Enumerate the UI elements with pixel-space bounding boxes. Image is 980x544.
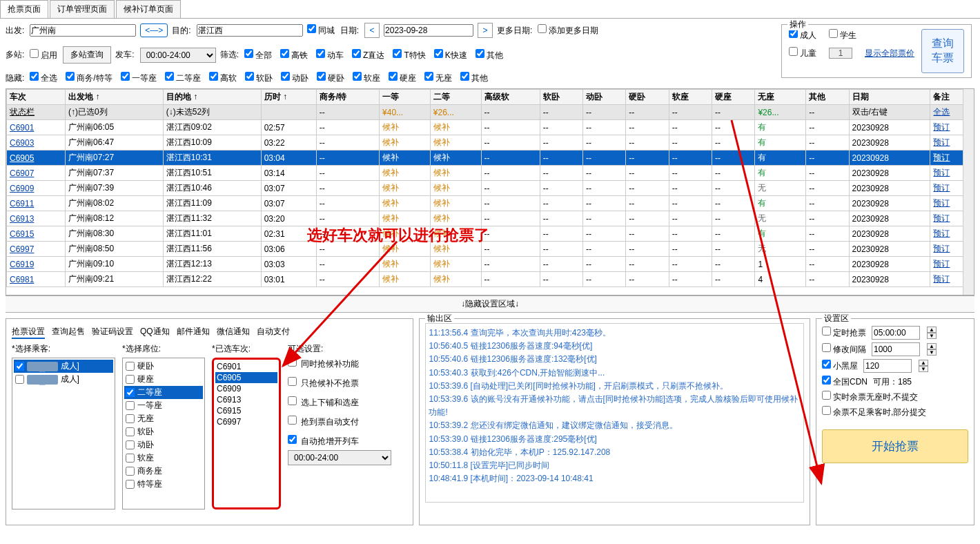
passenger-list[interactable]: █成人] █成人] — [12, 358, 115, 509]
depart-input[interactable] — [30, 24, 136, 37]
hide-无座[interactable]: 无座 — [424, 73, 452, 83]
depart-time-select[interactable]: 00:00-24:00 — [140, 48, 216, 63]
opt-item[interactable]: 抢到票自动支付 — [288, 416, 391, 428]
date-prev[interactable]: < — [364, 23, 380, 38]
book-link[interactable]: 预订 — [933, 137, 950, 147]
hide-硬座[interactable]: 硬座 — [389, 73, 416, 83]
tab-orders[interactable]: 订单管理页面 — [50, 0, 115, 18]
filter-T特快[interactable]: T特快 — [393, 50, 425, 60]
hide-二等座[interactable]: 二等座 — [165, 73, 201, 83]
seat-item[interactable]: 动卧 — [124, 438, 203, 451]
col-header[interactable]: 软座 — [669, 90, 712, 105]
table-row[interactable]: C6915广州南08:30湛江西11:0102:31--候补候补--------… — [7, 226, 974, 242]
blackroom-cb[interactable]: 小黑屋 — [822, 360, 858, 372]
table-row[interactable]: C6907广州南07:37湛江西10:5103:14--候补候补--------… — [7, 166, 974, 181]
hide-高软[interactable]: 高软 — [209, 73, 237, 83]
hide-软座[interactable]: 软座 — [353, 73, 380, 83]
col-header[interactable]: 目的地 ↑ — [163, 90, 261, 105]
col-header[interactable]: 二等 — [430, 90, 481, 105]
start-grab-button[interactable]: 开始抢票 — [822, 429, 968, 463]
timed-cb[interactable]: 定时抢票 — [822, 327, 866, 339]
col-header[interactable]: 日期 — [849, 90, 930, 105]
filter-全部[interactable]: 全部 — [244, 50, 272, 60]
book-link[interactable]: 预订 — [933, 168, 950, 177]
toggle-settings-area[interactable]: ↓隐藏设置区域↓ — [6, 295, 974, 313]
settings-tab[interactable]: 邮件通知 — [177, 326, 210, 339]
partial-cb[interactable]: 余票不足乘客时,部分提交 — [822, 406, 926, 418]
hide-软卧[interactable]: 软卧 — [245, 73, 273, 83]
chosen-train-item[interactable]: C6905 — [215, 372, 277, 383]
col-header[interactable]: 软卧 — [540, 90, 582, 105]
book-link[interactable]: 预订 — [933, 213, 950, 223]
seat-item[interactable]: 一等座 — [124, 399, 203, 412]
filter-高铁[interactable]: 高铁 — [280, 50, 308, 60]
table-row[interactable]: C6913广州南08:12湛江西11:3203:20--候补候补--------… — [7, 211, 974, 226]
opt-item[interactable]: 只抢候补不抢票 — [288, 377, 391, 389]
date-next[interactable]: > — [478, 23, 493, 38]
swap-button[interactable]: <—> — [140, 23, 168, 37]
seat-item[interactable]: 特等座 — [124, 478, 203, 491]
select-all-link[interactable]: 全选 — [933, 107, 950, 117]
interval-val[interactable] — [872, 342, 920, 356]
filter-动车[interactable]: 动车 — [316, 50, 344, 60]
seat-list[interactable]: 硬卧 硬座 二等座 一等座 无座 软卧 动卧 软座 商务座 特等座 — [122, 358, 205, 509]
settings-tab[interactable]: 验证码设置 — [92, 326, 133, 339]
book-link[interactable]: 预订 — [933, 274, 950, 284]
col-header[interactable]: 高级软 — [481, 90, 540, 105]
hide-商务/特等[interactable]: 商务/特等 — [66, 73, 112, 83]
seat-item[interactable]: 二等座 — [124, 386, 203, 399]
adult-cb[interactable]: 成人 — [789, 29, 816, 41]
addmore[interactable]: 添加更多日期 — [538, 24, 598, 37]
seat-item[interactable]: 商务座 — [124, 465, 203, 478]
opt-item[interactable]: 同时抢候补功能 — [288, 358, 391, 370]
student-cb[interactable]: 学生 — [829, 29, 856, 41]
seat-item[interactable]: 软卧 — [124, 425, 203, 438]
seat-item[interactable]: 无座 — [124, 412, 203, 425]
table-row[interactable]: C6919广州南09:10湛江西12:1303:03--候补候补--------… — [7, 257, 974, 272]
col-header[interactable]: 一等 — [380, 90, 431, 105]
book-link[interactable]: 预订 — [933, 198, 950, 208]
book-link[interactable]: 预订 — [933, 122, 950, 132]
tab-grab[interactable]: 抢票页面 — [0, 0, 48, 18]
table-row[interactable]: C6981广州南09:21湛江西12:2203:01--候补候补--------… — [7, 272, 974, 287]
col-header[interactable]: 其他 — [806, 90, 849, 105]
hide-全选[interactable]: 全选 — [30, 73, 57, 83]
chosen-train-item[interactable]: C6909 — [215, 383, 277, 394]
child-cb[interactable]: 儿童 — [789, 47, 816, 59]
table-row[interactable]: C6901广州南06:05湛江西09:0202:57--候补候补--------… — [7, 120, 974, 135]
col-header[interactable]: 动卧 — [583, 90, 626, 105]
book-link[interactable]: 预订 — [933, 244, 950, 253]
interval-cb[interactable]: 修改间隔 — [822, 343, 866, 356]
train-grid[interactable]: 车次出发地 ↑目的地 ↑历时 ↑商务/特一等二等高级软软卧动卧硬卧软座硬座无座其… — [6, 88, 974, 295]
col-header[interactable]: 车次 — [7, 90, 66, 105]
table-row[interactable]: C6909广州南07:39湛江西10:4603:07--候补候补--------… — [7, 181, 974, 196]
settings-tab[interactable]: 查询起售 — [52, 326, 85, 339]
settings-tab[interactable]: 微信通知 — [217, 326, 250, 339]
book-link[interactable]: 预订 — [933, 183, 950, 193]
chosen-train-list[interactable]: C6901C6905C6909C6913C6915C6997 — [212, 358, 281, 509]
seat-item[interactable]: 硬卧 — [124, 360, 203, 373]
col-header[interactable]: 无座 — [755, 90, 806, 105]
col-header[interactable]: 历时 ↑ — [261, 90, 316, 105]
passenger-item[interactable]: █成人] — [14, 373, 113, 386]
book-link[interactable]: 预订 — [933, 229, 950, 238]
tab-waitlist[interactable]: 候补订单页面 — [116, 0, 181, 18]
col-header[interactable]: 硬卧 — [626, 90, 669, 105]
filter-其他[interactable]: 其他 — [476, 50, 503, 60]
table-row[interactable]: C6903广州南06:47湛江西10:0903:22--候补候补--------… — [7, 135, 974, 150]
chosen-train-item[interactable]: C6997 — [215, 416, 277, 427]
enable-multi[interactable]: 启用 — [30, 49, 57, 61]
seat-item[interactable]: 硬座 — [124, 373, 203, 386]
seat-item[interactable]: 软座 — [124, 451, 203, 465]
table-row[interactable]: C6997广州南08:50湛江西11:5603:06--候补候补--------… — [7, 242, 974, 257]
date-input[interactable] — [384, 24, 473, 37]
samecity[interactable]: 同城 — [307, 24, 335, 37]
passenger-item[interactable]: █成人] — [14, 360, 113, 373]
query-button[interactable]: 查询 车票 — [921, 29, 964, 73]
settings-tab[interactable]: 自动支付 — [257, 326, 290, 339]
hide-动卧[interactable]: 动卧 — [281, 73, 308, 83]
cdn-cb[interactable]: 全国CDN — [822, 376, 868, 388]
settings-tab[interactable]: 抢票设置 — [12, 326, 45, 339]
noseat-cb[interactable]: 实时余票无座时,不提交 — [822, 391, 918, 403]
filter-Z直达[interactable]: Z直达 — [352, 50, 384, 60]
